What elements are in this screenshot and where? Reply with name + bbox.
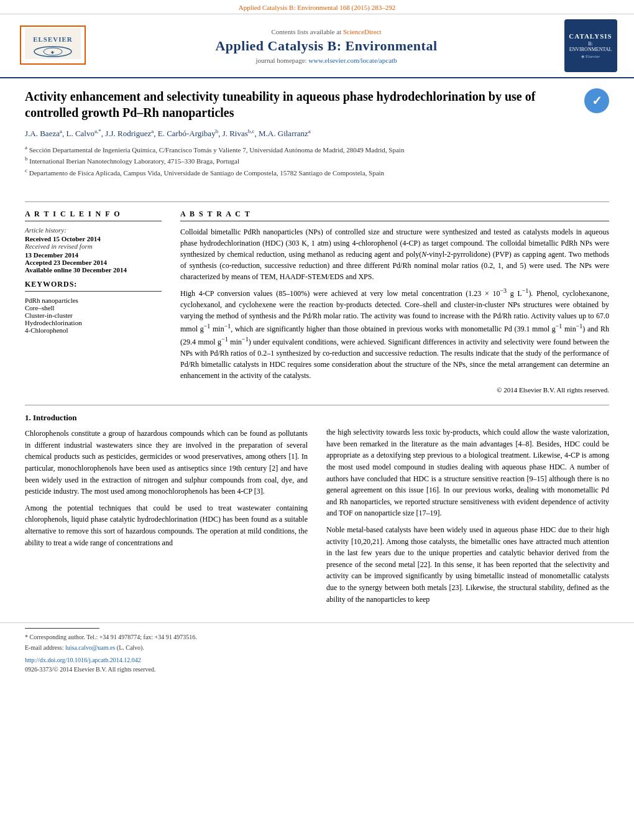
intro-number: 1. [25, 413, 31, 422]
abstract-heading: A B S T R A C T [180, 210, 609, 221]
article-info-panel: A R T I C L E I N F O Article history: R… [25, 210, 162, 395]
info-abstract-section: A R T I C L E I N F O Article history: R… [25, 210, 609, 395]
catalysis-badge: CATALYSIS B: ENVIRONMENTAL ◈ Elsevier [564, 19, 617, 72]
accepted-date: Accepted 23 December 2014 [25, 259, 162, 266]
email-person: (L. Calvo). [117, 644, 144, 651]
authors-line: J.A. Baezaa, L. Calvoa,*, J.J. Rodriguez… [25, 128, 574, 139]
homepage-link[interactable]: www.elsevier.com/locate/apcatb [308, 57, 397, 64]
journal-top-bar: Applied Catalysis B: Environmental 168 (… [0, 0, 634, 14]
keyword-4: Hydrodechlorination [25, 319, 162, 326]
keywords-heading: Keywords: [25, 280, 162, 292]
badge-subtitle: B: ENVIRONMENTAL [567, 41, 615, 52]
copyright: © 2014 Elsevier B.V. All rights reserved… [180, 385, 609, 395]
elsevier-logo-box: ELSEVIER ◆ [20, 25, 86, 65]
badge-detail: ◈ Elsevier [581, 54, 600, 59]
history-group: Article history: Received 15 October 201… [25, 226, 162, 274]
email-footnote: E-mail address: luisa.calvo@uam.es (L. C… [25, 643, 609, 652]
email-label: E-mail address: [25, 644, 65, 651]
catalysis-badge-area: CATALYSIS B: ENVIRONMENTAL ◈ Elsevier [559, 19, 622, 72]
issn-line: 0926-3373/© 2014 Elsevier B.V. All right… [25, 665, 609, 674]
contents-available-line: Contents lists available at ScienceDirec… [93, 28, 559, 35]
revised-date: 13 December 2014 [25, 251, 162, 259]
corresponding-author: * Corresponding author. Tel.: +34 91 497… [25, 632, 609, 642]
journal-header-center: Contents lists available at ScienceDirec… [93, 28, 559, 64]
svg-rect-0 [25, 28, 81, 59]
intro-para-4: Noble metal-based catalysts have been wi… [326, 524, 609, 605]
journal-homepage-line: journal homepage: www.elsevier.com/locat… [93, 57, 559, 64]
introduction-section: 1. Introduction Chlorophenols constitute… [25, 413, 609, 610]
online-date: Available online 30 December 2014 [25, 266, 162, 274]
intro-para-1: Chlorophenols constitute a group of haza… [25, 428, 308, 497]
article-title: Activity enhancement and selectivity tun… [25, 88, 574, 121]
intro-para-3: the high selectivity towards less toxic … [326, 427, 609, 519]
crossmark-badge: ✓ [584, 88, 609, 113]
svg-text:ELSEVIER: ELSEVIER [33, 35, 73, 43]
article-title-section: Activity enhancement and selectivity tun… [25, 88, 609, 194]
keyword-2: Core–shell [25, 304, 162, 312]
intro-para-2: Among the potential techniques that coul… [25, 502, 308, 548]
badge-title: CATALYSIS [569, 32, 612, 40]
publisher-logo: ELSEVIER ◆ [12, 25, 93, 66]
footer-area: * Corresponding author. Tel.: +34 91 497… [0, 622, 634, 681]
keyword-1: PdRh nanoparticles [25, 297, 162, 304]
main-content: Activity enhancement and selectivity tun… [0, 78, 634, 622]
svg-text:◆: ◆ [50, 50, 55, 54]
article-info-heading: A R T I C L E I N F O [25, 210, 162, 221]
journal-title: Applied Catalysis B: Environmental [93, 38, 559, 54]
keywords-section: Keywords: PdRh nanoparticles Core–shell … [25, 280, 162, 334]
intro-title: Introduction [33, 413, 77, 422]
journal-header: ELSEVIER ◆ Contents lists available at S… [0, 14, 634, 78]
intro-left-col: 1. Introduction Chlorophenols constitute… [25, 413, 308, 610]
abstract-para-1: Colloidal bimetallic PdRh nanoparticles … [180, 226, 609, 282]
history-label: Article history: [25, 226, 162, 234]
affiliations: a Sección Departamental de Ingeniería Qu… [25, 144, 574, 177]
intro-right-col: the high selectivity towards less toxic … [326, 413, 609, 610]
doi-line: http://dx.doi.org/10.1016/j.apcatb.2014.… [25, 655, 609, 665]
article-title-text: Activity enhancement and selectivity tun… [25, 88, 574, 188]
intro-heading: 1. Introduction [25, 413, 308, 423]
abstract-para-2: High 4-CP conversion values (85–100%) we… [180, 286, 609, 381]
divider-2 [25, 405, 609, 405]
journal-citation: Applied Catalysis B: Environmental 168 (… [239, 4, 395, 11]
divider-1 [25, 201, 609, 202]
email-link[interactable]: luisa.calvo@uam.es [65, 644, 115, 651]
abstract-section: A B S T R A C T Colloidal bimetallic PdR… [180, 210, 609, 395]
footnote-divider [25, 628, 99, 629]
received-date: Received 15 October 2014 [25, 235, 162, 242]
keyword-5: 4-Chlorophenol [25, 326, 162, 334]
revised-label: Received in revised form [25, 242, 162, 250]
sciencedirect-link[interactable]: ScienceDirect [343, 28, 382, 35]
abstract-text: Colloidal bimetallic PdRh nanoparticles … [180, 226, 609, 395]
doi-link[interactable]: http://dx.doi.org/10.1016/j.apcatb.2014.… [25, 657, 141, 663]
keyword-3: Cluster-in-cluster [25, 312, 162, 319]
